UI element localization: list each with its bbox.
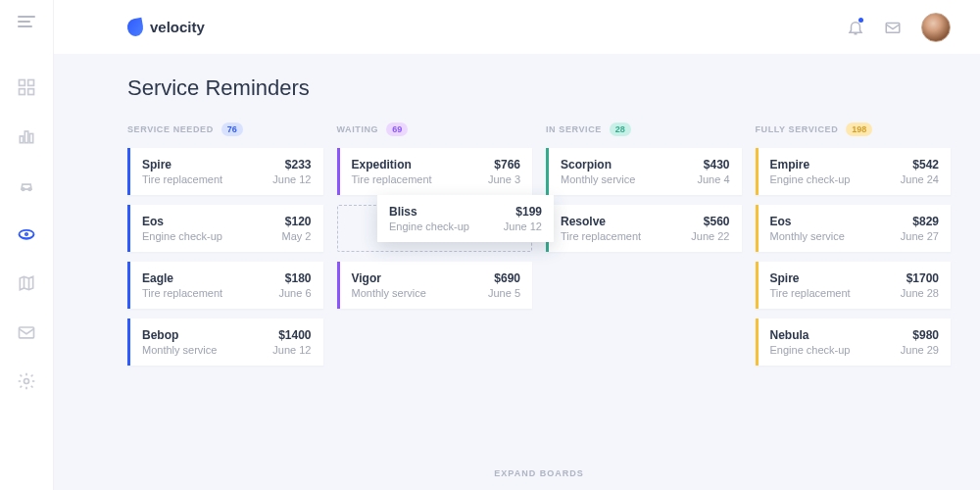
card-price: $430	[704, 158, 730, 172]
card-date: June 24	[901, 173, 939, 185]
card-title: Spire	[142, 158, 222, 172]
card-title: Eagle	[142, 271, 222, 285]
card-date: June 28	[901, 287, 939, 299]
card-date: June 12	[272, 173, 311, 185]
card-title: Eos	[142, 215, 222, 228]
card-subtitle: Engine check-up	[142, 230, 222, 242]
card-price: $1400	[278, 328, 311, 342]
card-subtitle: Monthly service	[352, 287, 426, 299]
card-price: $542	[912, 158, 939, 172]
column-title: SERVICE NEEDED	[127, 124, 214, 134]
card-date: June 4	[697, 173, 729, 185]
column-header: SERVICE NEEDED76	[127, 122, 323, 136]
column-header: WAITING69	[337, 122, 533, 136]
card-price: $766	[494, 158, 520, 172]
card-title: Bliss	[389, 205, 469, 219]
card-title: Expedition	[352, 158, 432, 172]
service-card[interactable]: ExpeditionTire replacement$766June 3	[337, 148, 533, 195]
service-card[interactable]: EagleTire replacement$180June 6	[127, 262, 323, 309]
dragging-card[interactable]: Bliss Engine check-up $199 June 12	[377, 195, 554, 242]
notification-dot	[858, 18, 863, 23]
service-card[interactable]: EosMonthly service$829June 27	[756, 205, 952, 252]
content: Service Reminders Bliss Engine check-up …	[54, 54, 980, 490]
nav-mail[interactable]	[16, 321, 37, 343]
column-header: FULLY SERVICED198	[756, 122, 952, 136]
card-title: Empire	[770, 158, 851, 172]
avatar[interactable]	[921, 13, 951, 42]
card-subtitle: Tire replacement	[142, 173, 222, 185]
service-card[interactable]: EmpireEngine check-up$542June 24	[756, 148, 952, 195]
card-date: June 6	[278, 287, 311, 299]
card-subtitle: Engine check-up	[770, 344, 851, 356]
kanban-boards: Bliss Engine check-up $199 June 12 SERVI…	[127, 122, 951, 459]
card-subtitle: Engine check-up	[770, 173, 851, 185]
menu-toggle-icon[interactable]	[18, 16, 35, 27]
card-date: June 12	[272, 344, 311, 356]
brand-name: velocity	[150, 19, 205, 35]
card-price: $690	[494, 271, 520, 285]
card-date: June 27	[901, 230, 939, 242]
sidebar	[0, 0, 54, 490]
card-price: $180	[285, 271, 312, 285]
card-title: Bebop	[142, 328, 217, 342]
service-card[interactable]: VigorMonthly service$690June 5	[337, 262, 533, 309]
card-price: $199	[515, 205, 542, 219]
card-price: $560	[704, 215, 730, 228]
card-list: SpireTire replacement$233June 12EosEngin…	[127, 148, 323, 366]
column-teal: IN SERVICE28ScorpionMonthly service$430J…	[546, 122, 742, 459]
nav-service[interactable]	[16, 223, 37, 245]
card-date: June 5	[488, 287, 520, 299]
nav-settings[interactable]	[16, 370, 37, 392]
card-subtitle: Monthly service	[142, 344, 217, 356]
column-count-badge: 76	[221, 122, 243, 136]
nav-vehicles[interactable]	[16, 174, 37, 196]
column-title: IN SERVICE	[546, 124, 602, 134]
svg-rect-11	[20, 327, 34, 338]
svg-point-12	[24, 379, 29, 384]
card-date: June 22	[691, 230, 729, 242]
column-title: WAITING	[337, 124, 379, 134]
notifications-icon[interactable]	[847, 19, 864, 36]
page-title: Service Reminders	[127, 75, 951, 101]
card-date: June 3	[488, 173, 520, 185]
card-date: June 29	[901, 344, 939, 356]
messages-icon[interactable]	[884, 19, 902, 36]
service-card[interactable]: SpireTire replacement$233June 12	[127, 148, 323, 195]
card-title: Vigor	[352, 271, 426, 285]
leaf-icon	[126, 17, 145, 37]
card-subtitle: Monthly service	[770, 230, 845, 242]
card-title: Spire	[770, 271, 851, 285]
service-card[interactable]: ResolveTire replacement$560June 22	[546, 205, 742, 252]
svg-rect-6	[29, 134, 32, 143]
topbar: velocity	[54, 0, 980, 54]
column-purple: WAITING69ExpeditionTire replacement$766J…	[337, 122, 533, 459]
service-card[interactable]: ScorpionMonthly service$430June 4	[546, 148, 742, 195]
service-card[interactable]: SpireTire replacement$1700June 28	[756, 262, 952, 309]
brand-logo[interactable]: velocity	[127, 19, 205, 36]
svg-rect-4	[20, 136, 23, 143]
service-card[interactable]: NebulaEngine check-up$980June 29	[756, 318, 952, 366]
nav-charts[interactable]	[16, 125, 37, 147]
nav-map[interactable]	[16, 272, 37, 294]
card-title: Nebula	[770, 328, 851, 342]
svg-rect-0	[20, 80, 25, 86]
service-card[interactable]: EosEngine check-up$120May 2	[127, 205, 323, 252]
column-yellow: FULLY SERVICED198EmpireEngine check-up$5…	[756, 122, 952, 459]
svg-rect-1	[28, 80, 34, 86]
service-card[interactable]: BebopMonthly service$1400June 12	[127, 318, 323, 366]
column-count-badge: 69	[386, 122, 408, 136]
card-subtitle: Tire replacement	[770, 287, 851, 299]
card-price: $120	[285, 215, 312, 228]
svg-point-10	[25, 233, 28, 236]
card-list: EmpireEngine check-up$542June 24EosMonth…	[756, 148, 952, 366]
svg-rect-5	[24, 131, 27, 143]
column-count-badge: 198	[846, 122, 872, 136]
card-date: May 2	[282, 230, 312, 242]
card-subtitle: Monthly service	[561, 173, 635, 185]
nav-dashboard[interactable]	[16, 76, 37, 98]
card-subtitle: Tire replacement	[352, 173, 432, 185]
card-price: $829	[912, 215, 939, 228]
card-date: June 12	[504, 220, 542, 232]
expand-boards-button[interactable]: EXPAND BOARDS	[127, 468, 951, 478]
svg-rect-3	[28, 89, 34, 95]
